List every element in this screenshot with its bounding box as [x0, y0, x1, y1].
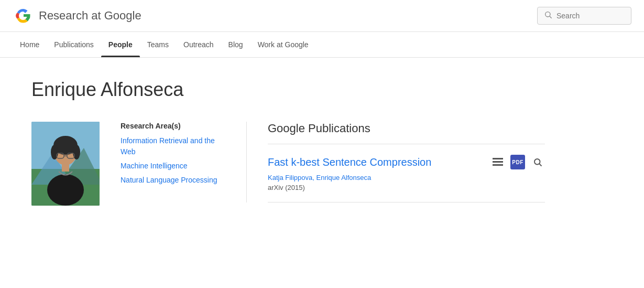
- pub-list-icon[interactable]: [490, 155, 505, 169]
- person-photo-image: [31, 122, 100, 206]
- main-nav: Home Publications People Teams Outreach …: [0, 32, 644, 58]
- svg-line-1: [550, 16, 552, 18]
- header: Research at Google: [0, 0, 644, 32]
- profile-photo: [31, 122, 100, 206]
- site-title: Research at Google: [39, 9, 141, 23]
- search-icon: [544, 10, 552, 21]
- research-area-3[interactable]: Natural Language Processing: [121, 175, 225, 186]
- svg-point-0: [545, 12, 550, 17]
- pub-search-icon[interactable]: [530, 155, 545, 169]
- publication-title[interactable]: Fast k-best Sentence Compression: [268, 156, 431, 168]
- nav-item-outreach[interactable]: Outreach: [176, 32, 221, 57]
- nav-item-work-at-google[interactable]: Work at Google: [250, 32, 316, 57]
- pub-pdf-icon[interactable]: PDF: [510, 155, 525, 169]
- publications-divider: [268, 144, 545, 144]
- publication-venue: arXiv (2015): [268, 184, 545, 191]
- nav-item-people[interactable]: People: [101, 32, 140, 57]
- nav-item-blog[interactable]: Blog: [221, 32, 250, 57]
- main-content: Enrique Alfonseca: [0, 58, 576, 227]
- svg-rect-16: [493, 161, 503, 163]
- svg-rect-17: [493, 164, 503, 166]
- svg-point-14: [47, 174, 84, 206]
- svg-line-19: [539, 164, 541, 166]
- nav-item-teams[interactable]: Teams: [140, 32, 176, 57]
- publications-title: Google Publications: [268, 122, 545, 135]
- research-area-1[interactable]: Information Retrieval and the Web: [121, 135, 225, 157]
- pub-item-header: Fast k-best Sentence Compression PDF: [268, 155, 545, 169]
- logo-area: Research at Google: [13, 5, 141, 26]
- nav-item-home[interactable]: Home: [13, 32, 47, 57]
- pub-action-icons: PDF: [490, 155, 545, 169]
- svg-point-18: [534, 159, 540, 165]
- svg-rect-15: [493, 158, 503, 159]
- profile-section: Research Area(s) Information Retrieval a…: [31, 122, 545, 206]
- search-box[interactable]: [537, 7, 631, 25]
- publication-authors: Katja Filippova, Enrique Alfonseca: [268, 174, 545, 182]
- svg-rect-13: [62, 164, 69, 172]
- research-areas-label: Research Area(s): [121, 122, 225, 130]
- search-input[interactable]: [556, 12, 625, 20]
- nav-item-publications[interactable]: Publications: [47, 32, 101, 57]
- publications-section: Google Publications Fast k-best Sentence…: [246, 122, 545, 202]
- pub-bottom-divider: [268, 202, 545, 202]
- google-logo-icon: [13, 5, 34, 26]
- publication-item: Fast k-best Sentence Compression PDF: [268, 155, 545, 191]
- research-areas-section: Research Area(s) Information Retrieval a…: [121, 122, 225, 189]
- research-area-2[interactable]: Machine Intelligence: [121, 161, 225, 172]
- person-name: Enrique Alfonseca: [31, 79, 545, 101]
